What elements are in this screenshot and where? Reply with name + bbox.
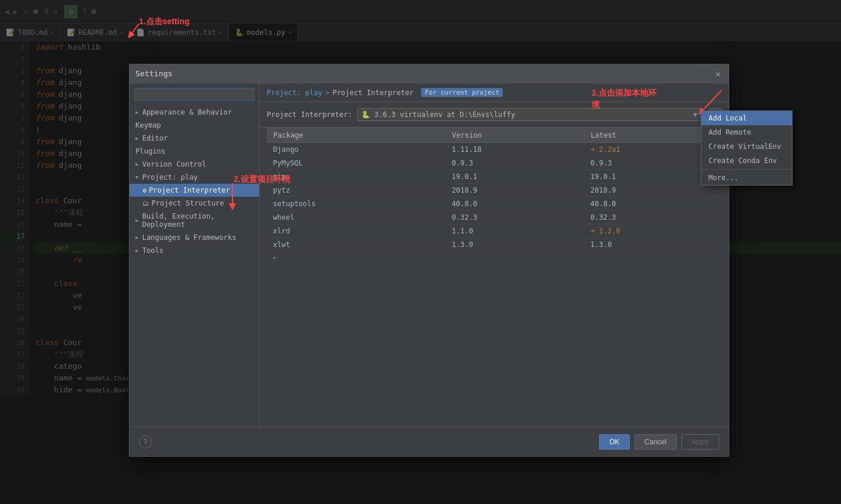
settings-dialog: Settings ✕ Appearance & Behavior Keymap … xyxy=(129,64,729,457)
sidebar-item-structure-icon: 🗂 xyxy=(143,200,149,207)
interpreter-value: 🐍 3.6.3 virtualenv at D:\Envs\luffy xyxy=(361,110,516,119)
apply-button[interactable]: Apply xyxy=(681,434,719,450)
sidebar-item-editor-label: Editor xyxy=(142,134,167,142)
sidebar-item-appearance-label: Appearance & Behavior xyxy=(142,108,232,116)
package-name: xlwt xyxy=(267,238,446,252)
sidebar-item-project-label: Project: play xyxy=(142,173,198,181)
sidebar-item-vcs-label: Version Control xyxy=(142,160,206,168)
breadcrumb-sep1: > xyxy=(325,89,329,97)
settings-footer: ? OK Cancel Apply xyxy=(130,427,729,456)
dropdown-divider xyxy=(701,169,792,170)
package-name: setuptools xyxy=(267,197,446,211)
ok-button[interactable]: OK xyxy=(599,434,629,450)
sidebar-item-build[interactable]: Build, Execution, Deployment xyxy=(130,210,259,231)
settings-title-bar: Settings ✕ xyxy=(130,64,729,83)
chevron-down-icon: ▼ xyxy=(693,110,697,119)
dropdown-item-create-venv[interactable]: Create VirtualEnv xyxy=(701,139,792,154)
table-row: xlwt1.3.01.3.0 xyxy=(267,238,722,252)
package-version: 2018.9 xyxy=(446,184,585,197)
dropdown-item-create-conda[interactable]: Create Conda Env xyxy=(701,154,792,168)
package-latest: 0.32.3 xyxy=(584,211,721,225)
package-name: pytz xyxy=(267,184,446,197)
package-version: 0.9.3 xyxy=(446,157,585,170)
sidebar-item-project[interactable]: Project: play xyxy=(130,171,259,184)
add-interpreter-dropdown: Add Local Add Remote Create VirtualEnv C… xyxy=(701,110,793,186)
package-version: 1.11.18 xyxy=(446,143,585,157)
more-packages-button[interactable]: + xyxy=(267,252,722,264)
breadcrumb-page: Project Interpreter xyxy=(332,89,413,97)
sidebar-item-languages[interactable]: Languages & Frameworks xyxy=(130,231,259,244)
col-package: Package xyxy=(267,128,446,143)
sidebar-item-plugins-label: Plugins xyxy=(135,147,166,155)
settings-sidebar: Appearance & Behavior Keymap Editor Plug… xyxy=(130,83,260,427)
interpreter-label: Project Interpreter: xyxy=(267,110,352,119)
package-version: 1.1.0 xyxy=(446,225,585,238)
table-row: PyMySQL0.9.30.9.3 xyxy=(267,157,722,170)
breadcrumb-badge: For current project xyxy=(421,88,503,97)
package-name: xlrd xyxy=(267,225,446,238)
dropdown-item-more[interactable]: More... xyxy=(701,171,792,185)
sidebar-item-languages-label: Languages & Frameworks xyxy=(142,233,236,242)
sidebar-item-project-interpreter[interactable]: ⚙ Project Interpreter xyxy=(130,184,259,197)
sidebar-item-plugins[interactable]: Plugins xyxy=(130,145,259,158)
packages-list: Django1.11.18➜ 2.2a1PyMySQL0.9.30.9.3pip… xyxy=(267,143,722,252)
interpreter-row: Project Interpreter: 🐍 3.6.3 virtualenv … xyxy=(260,102,729,128)
sidebar-item-appearance[interactable]: Appearance & Behavior xyxy=(130,106,259,119)
settings-close-button[interactable]: ✕ xyxy=(713,69,723,79)
packages-table-container: Package Version Latest Django1.11.18➜ 2.… xyxy=(260,128,729,427)
breadcrumb: Project: play > Project Interpreter For … xyxy=(260,83,729,102)
packages-table: Package Version Latest Django1.11.18➜ 2.… xyxy=(267,128,722,252)
package-latest: 40.8.0 xyxy=(584,197,721,211)
sidebar-item-interpreter-label: Project Interpreter xyxy=(149,186,230,194)
col-version: Version xyxy=(446,128,585,143)
table-row: setuptools40.8.040.8.0 xyxy=(267,197,722,211)
package-name: pip xyxy=(267,170,446,184)
table-row: pip19.0.119.0.1 xyxy=(267,170,722,184)
sidebar-search-box xyxy=(130,83,259,106)
table-row: wheel0.32.30.32.3 xyxy=(267,211,722,225)
dropdown-item-add-remote[interactable]: Add Remote xyxy=(701,125,792,139)
sidebar-item-tools-label: Tools xyxy=(142,246,163,255)
package-name: PyMySQL xyxy=(267,157,446,170)
sidebar-item-keymap-label: Keymap xyxy=(135,121,161,129)
table-row: pytz2018.92018.9 xyxy=(267,184,722,197)
sidebar-item-build-label: Build, Execution, Deployment xyxy=(142,212,253,229)
package-version: 0.32.3 xyxy=(446,211,585,225)
package-version: 19.0.1 xyxy=(446,170,585,184)
settings-body: Appearance & Behavior Keymap Editor Plug… xyxy=(130,83,729,427)
package-latest: 1.3.0 xyxy=(584,238,721,252)
sidebar-item-structure-label: Project Structure xyxy=(151,199,224,207)
sidebar-item-vcs[interactable]: Version Control xyxy=(130,158,259,171)
help-icon-button[interactable]: ? xyxy=(139,435,152,448)
package-name: wheel xyxy=(267,211,446,225)
cancel-button[interactable]: Cancel xyxy=(635,434,677,450)
breadcrumb-project[interactable]: Project: play xyxy=(267,89,322,97)
table-row: Django1.11.18➜ 2.2a1 xyxy=(267,143,722,157)
settings-title: Settings xyxy=(135,69,713,78)
sidebar-item-project-structure[interactable]: 🗂 Project Structure xyxy=(130,197,259,210)
package-version: 40.8.0 xyxy=(446,197,585,211)
dropdown-item-add-local[interactable]: Add Local xyxy=(701,111,792,125)
settings-main-content: Project: play > Project Interpreter For … xyxy=(260,83,729,427)
table-row: xlrd1.1.0➜ 1.2.0 xyxy=(267,225,722,238)
interpreter-select[interactable]: 🐍 3.6.3 virtualenv at D:\Envs\luffy ▼ xyxy=(357,108,702,121)
sidebar-item-interpreter-icon: ⚙ xyxy=(143,187,147,194)
sidebar-item-tools[interactable]: Tools xyxy=(130,244,259,257)
package-latest: ➜ 1.2.0 xyxy=(584,225,721,238)
sidebar-item-editor[interactable]: Editor xyxy=(130,132,259,145)
package-name: Django xyxy=(267,143,446,157)
settings-search-input[interactable] xyxy=(134,88,254,101)
sidebar-item-keymap[interactable]: Keymap xyxy=(130,119,259,132)
package-version: 1.3.0 xyxy=(446,238,585,252)
